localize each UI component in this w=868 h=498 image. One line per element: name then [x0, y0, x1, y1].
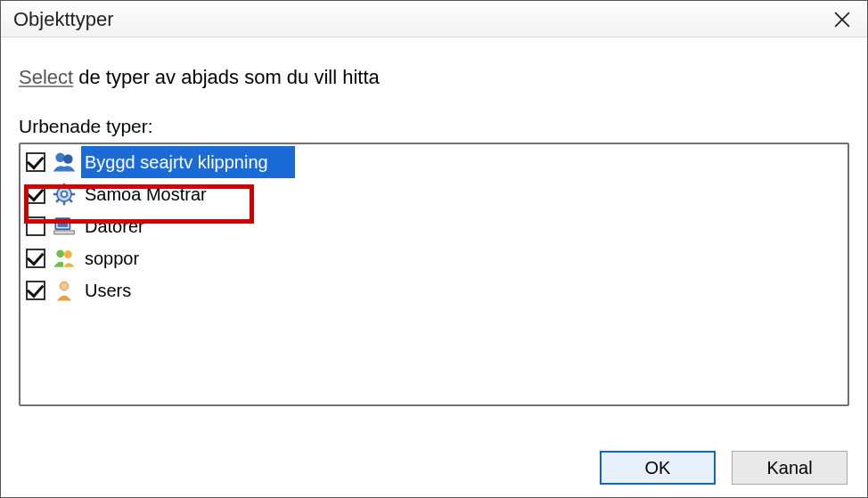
list-label: Urbenade typer: — [19, 116, 849, 137]
dialog-title: Objekttyper — [13, 8, 114, 31]
svg-point-19 — [60, 282, 69, 290]
cancel-button[interactable]: Kanal — [732, 451, 848, 485]
list-item[interactable]: Samoa Mostrar — [20, 178, 848, 210]
svg-point-5 — [61, 192, 68, 198]
svg-rect-16 — [54, 231, 75, 234]
ok-button[interactable]: OK — [600, 451, 716, 485]
dialog-footer: OK Kanal — [1, 438, 867, 497]
user-icon — [51, 277, 78, 304]
computer-icon — [51, 213, 78, 240]
svg-point-17 — [56, 249, 64, 257]
checkbox[interactable] — [26, 216, 45, 236]
list-item[interactable]: soppor — [20, 242, 848, 274]
svg-line-13 — [56, 200, 59, 202]
close-icon — [834, 12, 850, 28]
checkbox[interactable] — [26, 281, 45, 300]
object-types-dialog: Objekttyper Select de typer av abjads so… — [0, 0, 868, 498]
instruction-rest: de typer av abjads som du vill hitta — [73, 66, 380, 88]
list-item-label: Users — [81, 274, 138, 306]
list-item[interactable]: Byggd seajrtv klippning — [20, 146, 848, 178]
svg-rect-15 — [58, 221, 68, 227]
close-button[interactable] — [826, 6, 858, 33]
instruction-text: Select de typer av abjads som du vill hi… — [19, 66, 849, 89]
svg-line-12 — [70, 186, 72, 189]
list-item-label: soppor — [81, 242, 146, 274]
security-principals-icon — [51, 149, 78, 176]
titlebar: Objekttyper — [1, 1, 867, 37]
list-item-label: Datorer — [81, 210, 151, 242]
checkbox[interactable] — [26, 249, 45, 268]
dialog-body: Select de typer av abjads som du vill hi… — [1, 37, 867, 438]
svg-point-2 — [55, 153, 65, 163]
list-item-label: Samoa Mostrar — [81, 178, 214, 210]
list-item[interactable]: Users — [20, 274, 848, 306]
checkbox[interactable] — [26, 184, 45, 204]
groups-icon — [51, 245, 78, 272]
gear-icon — [51, 181, 78, 208]
svg-line-11 — [70, 200, 72, 202]
object-types-list[interactable]: Byggd seajrtv klippning — [19, 143, 849, 406]
svg-line-10 — [56, 186, 59, 189]
svg-point-18 — [64, 250, 72, 258]
instruction-select-word: Select — [19, 66, 73, 88]
list-item-label: Byggd seajrtv klippning — [81, 146, 295, 178]
checkbox[interactable] — [26, 152, 45, 172]
svg-point-3 — [63, 154, 73, 164]
list-item[interactable]: Datorer — [20, 210, 848, 242]
